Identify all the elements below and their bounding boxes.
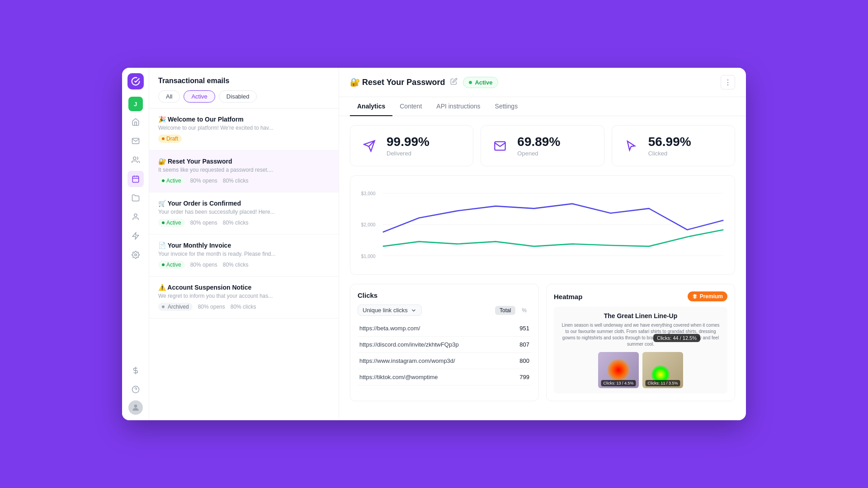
filter-active[interactable]: Active [184,90,215,103]
status-badge: Archived [158,303,193,311]
badge-dot [162,263,165,266]
svg-marker-6 [132,233,139,239]
sidebar-item-folders[interactable] [127,190,144,206]
left-panel-header: Transactional emails All Active Disabled [149,68,339,108]
main-title: 🔐 Reset Your Password [350,77,445,87]
link-count: 800 [509,353,531,369]
clicks-stat: 80% clicks [223,262,249,268]
line-chart: $3,000 $2,000 $1,000 [359,185,726,265]
table-row: https://www.instagram.com/womp3d/ 800 [358,353,531,369]
user-avatar-top[interactable]: J [128,97,143,111]
click-icon [621,136,641,156]
email-title: 🔐 Reset Your Password [158,158,330,165]
send-icon [359,136,379,156]
sidebar: J [122,68,149,420]
status-badge: Active [158,219,185,227]
analytics-chart: $3,000 $2,000 $1,000 [350,175,735,275]
stat-card-delivered: 99.99% Delivered [350,125,473,166]
svg-text:$2,000: $2,000 [361,222,376,228]
heat-overlay-1 [607,359,630,381]
sidebar-item-help[interactable] [127,381,144,398]
main-header: 🔐 Reset Your Password Active ⋮ [339,68,746,97]
tab-api-instructions[interactable]: API instructions [429,97,487,116]
list-item[interactable]: 🔐 Reset Your Password It seems like you … [149,150,339,192]
bottom-row: Clicks Unique link clicks Total % [350,284,735,401]
list-item[interactable]: ⚠️ Account Suspension Notice We regret t… [149,277,339,319]
heatmap-content: The Great Linen Line-Up Linen season is … [554,307,727,394]
heatmap-img-badge-1: Clicks: 13 / 4.5% [601,380,636,386]
stat-card-clicked: 56.99% Clicked [612,125,735,166]
tab-analytics[interactable]: Analytics [350,97,392,116]
sidebar-item-home[interactable] [127,114,144,130]
badge-dot [162,305,165,308]
opens-stat: 80% opens [198,304,225,310]
link-url: https://beta.womp.com/ [358,320,509,337]
badge-dot [162,179,165,182]
email-preview: Welcome to our platform! We're excited t… [158,125,330,131]
table-row: https://tiktok.com/@womptime 799 [358,369,531,385]
svg-text:$3,000: $3,000 [361,191,376,197]
table-row: https://discord.com/invite/zkhtwFQp3p 80… [358,337,531,353]
svg-point-7 [134,254,137,256]
email-meta: Active 80% opens 80% clicks [158,177,330,185]
filter-buttons: All Active Disabled [158,90,330,103]
percent-button[interactable]: % [517,306,531,315]
email-title: 🎉 Welcome to Our Platform [158,116,330,123]
user-avatar-bottom[interactable] [128,400,143,415]
svg-point-11 [134,404,137,408]
opens-stat: 80% opens [190,262,217,268]
tabs-bar: Analytics Content API instructions Setti… [339,97,746,116]
status-badge: Draft [158,135,182,143]
sidebar-item-automation[interactable] [127,228,144,244]
heatmap-email-title: The Great Linen Line-Up [559,312,722,319]
filter-all[interactable]: All [158,90,180,103]
list-item[interactable]: 🎉 Welcome to Our Platform Welcome to our… [149,108,339,150]
list-item[interactable]: 🛒 Your Order is Confirmed Your order has… [149,192,339,235]
badge-dot [162,221,165,224]
link-url: https://www.instagram.com/womp3d/ [358,353,509,369]
email-preview: It seems like you requested a password r… [158,167,330,173]
svg-point-5 [134,214,137,216]
total-button[interactable]: Total [495,306,515,315]
tab-content[interactable]: Content [392,97,429,116]
table-row: https://beta.womp.com/ 951 [358,320,531,337]
email-meta: Active 80% opens 80% clicks [158,219,330,227]
opens-stat: 80% opens [190,178,217,184]
opened-label: Opened [517,150,560,157]
clicks-stat: 80% clicks [231,304,256,310]
heatmap-header: Heatmap Premium [554,291,727,301]
panel-title: Transactional emails [158,77,330,85]
email-meta: Archived 80% opens 80% clicks [158,303,330,311]
premium-badge[interactable]: Premium [688,291,727,301]
link-url: https://tiktok.com/@womptime [358,369,509,385]
main-body: 99.99% Delivered 69.89% Opened [339,116,746,420]
badge-dot [162,137,165,140]
email-list: 🎉 Welcome to Our Platform Welcome to our… [149,108,339,420]
sidebar-item-contacts[interactable] [127,152,144,168]
sidebar-item-settings[interactable] [127,247,144,263]
more-button[interactable]: ⋮ [721,75,735,89]
sidebar-item-email[interactable] [127,133,144,149]
stats-row: 99.99% Delivered 69.89% Opened [350,125,735,166]
filter-disabled[interactable]: Disabled [219,90,257,103]
sidebar-item-campaigns[interactable] [127,171,144,187]
delivered-label: Delivered [387,150,429,157]
tab-settings[interactable]: Settings [488,97,525,116]
sidebar-item-team[interactable] [127,209,144,225]
link-url: https://discord.com/invite/zkhtwFQp3p [358,337,509,353]
email-preview: Your order has been successfully placed!… [158,209,330,215]
app-logo[interactable] [127,73,144,89]
heatmap-img-badge-2: Clicks: 11 / 3.5% [645,380,680,386]
sidebar-item-billing[interactable] [127,362,144,379]
open-icon [490,136,510,156]
clicks-filter-dropdown[interactable]: Unique link clicks [358,305,422,316]
list-item[interactable]: 📄 Your Monthly Invoice Your invoice for … [149,235,339,277]
email-title: 🛒 Your Order is Confirmed [158,200,330,207]
svg-rect-1 [132,176,139,183]
clicks-stat: 80% clicks [223,178,249,184]
email-title: ⚠️ Account Suspension Notice [158,284,330,291]
edit-icon[interactable] [450,78,458,87]
svg-text:$1,000: $1,000 [361,253,376,259]
premium-label: Premium [700,293,723,300]
status-badge: Active [158,177,185,185]
